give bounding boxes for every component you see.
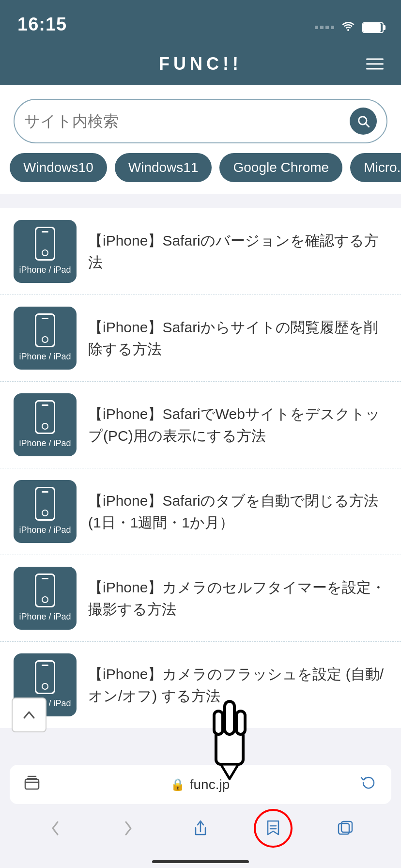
signal-icon bbox=[315, 26, 334, 29]
search-area bbox=[0, 85, 401, 153]
address-bar: 🔒 func.jp bbox=[10, 765, 391, 804]
article-title: 【iPhone】Safariのタブを自動で閉じる方法 (1日・1週間・1か月） bbox=[88, 490, 387, 533]
forward-button[interactable] bbox=[110, 814, 145, 843]
svg-rect-10 bbox=[27, 778, 37, 779]
status-time: 16:15 bbox=[17, 14, 67, 35]
header: FUNC!! bbox=[0, 43, 401, 85]
phone-icon bbox=[35, 400, 55, 434]
article-item[interactable]: iPhone / iPad 【iPhone】カメラのセルフタイマーを設定・撮影す… bbox=[0, 555, 401, 642]
phone-icon bbox=[35, 227, 55, 261]
section-gap bbox=[0, 194, 401, 208]
reload-icon[interactable] bbox=[360, 775, 377, 794]
bookmark-button[interactable] bbox=[256, 814, 291, 843]
phone-icon bbox=[35, 313, 55, 347]
article-title: 【iPhone】SafariでWebサイトをデスクトップ(PC)用の表示にする方… bbox=[88, 403, 387, 447]
svg-line-1 bbox=[366, 124, 369, 126]
lock-icon: 🔒 bbox=[170, 778, 185, 791]
wifi-icon bbox=[341, 20, 355, 35]
search-box bbox=[14, 99, 387, 143]
article-thumb: iPhone / iPad bbox=[14, 393, 77, 456]
url-text: func.jp bbox=[190, 777, 230, 792]
status-icons bbox=[315, 20, 384, 35]
article-item[interactable]: iPhone / iPad 【iPhone】カメラのフラッシュを設定 (自動/オ… bbox=[0, 642, 401, 728]
back-button[interactable] bbox=[38, 814, 73, 843]
tag-windows10[interactable]: Windows10 bbox=[10, 153, 107, 182]
phone-icon bbox=[35, 660, 55, 694]
search-button[interactable] bbox=[350, 108, 377, 135]
thumb-label: iPhone / iPad bbox=[19, 525, 71, 536]
article-item[interactable]: iPhone / iPad 【iPhone】Safariからサイトの閲覧履歴を削… bbox=[0, 295, 401, 382]
nav-bar bbox=[0, 809, 401, 857]
article-title: 【iPhone】Safariのバージョンを確認する方法 bbox=[88, 230, 387, 273]
site-logo: FUNC!! bbox=[159, 54, 242, 74]
home-indicator bbox=[152, 860, 249, 863]
menu-button[interactable] bbox=[366, 59, 384, 70]
tag-windows11[interactable]: Windows11 bbox=[115, 153, 212, 182]
search-input[interactable] bbox=[24, 112, 342, 130]
status-bar: 16:15 bbox=[0, 0, 401, 43]
battery-icon bbox=[362, 22, 384, 33]
article-item[interactable]: iPhone / iPad 【iPhone】Safariのバージョンを確認する方… bbox=[0, 208, 401, 295]
article-thumb: iPhone / iPad bbox=[14, 567, 77, 630]
tag-chrome[interactable]: Google Chrome bbox=[219, 153, 342, 182]
thumb-label: iPhone / iPad bbox=[19, 611, 71, 622]
article-item[interactable]: iPhone / iPad 【iPhone】Safariのタブを自動で閉じる方法… bbox=[0, 468, 401, 555]
article-thumb: iPhone / iPad bbox=[14, 480, 77, 543]
tags-area: Windows10 Windows11 Google Chrome Micro.… bbox=[0, 153, 401, 194]
url-display[interactable]: 🔒 func.jp bbox=[170, 777, 230, 792]
share-button[interactable] bbox=[183, 814, 218, 843]
thumb-label: iPhone / iPad bbox=[19, 351, 71, 362]
thumb-label: iPhone / iPad bbox=[19, 438, 71, 449]
browser-bar: 🔒 func.jp bbox=[0, 760, 401, 868]
bookmark-highlight bbox=[254, 809, 293, 848]
article-title: 【iPhone】カメラのフラッシュを設定 (自動/オン/オフ) する方法 bbox=[88, 663, 387, 707]
article-thumb: iPhone / iPad bbox=[14, 307, 77, 370]
article-thumb: iPhone / iPad bbox=[14, 220, 77, 283]
articles-list: iPhone / iPad 【iPhone】Safariのバージョンを確認する方… bbox=[0, 208, 401, 728]
phone-icon bbox=[35, 574, 55, 607]
article-title: 【iPhone】カメラのセルフタイマーを設定・撮影する方法 bbox=[88, 576, 387, 620]
article-title: 【iPhone】Safariからサイトの閲覧履歴を削除する方法 bbox=[88, 316, 387, 360]
svg-rect-2 bbox=[216, 730, 243, 764]
phone-icon bbox=[35, 487, 55, 521]
tab-overview-icon[interactable] bbox=[24, 775, 40, 793]
svg-rect-7 bbox=[25, 779, 39, 789]
thumb-label: iPhone / iPad bbox=[19, 264, 71, 276]
scroll-up-button[interactable] bbox=[12, 698, 46, 732]
tag-micro[interactable]: Micro... bbox=[350, 153, 401, 182]
tabs-button[interactable] bbox=[328, 814, 363, 843]
article-item[interactable]: iPhone / iPad 【iPhone】SafariでWebサイトをデスクト… bbox=[0, 382, 401, 468]
